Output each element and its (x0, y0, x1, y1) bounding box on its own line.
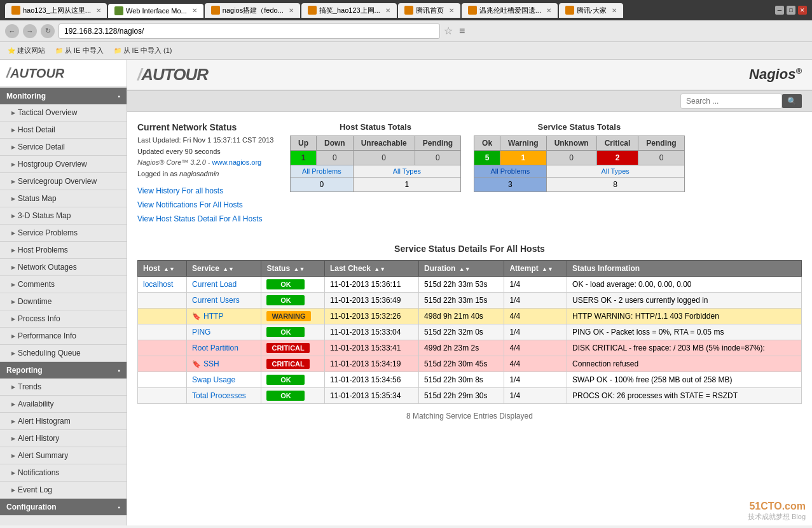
browser-tab-1[interactable]: hao123_上网从这里... ✕ (5, 3, 107, 18)
cell-service[interactable]: 🔖SSH (187, 356, 261, 372)
cell-service[interactable]: Swap Usage (187, 372, 261, 388)
cell-host[interactable] (138, 324, 187, 340)
view-history-link[interactable]: View History For all hosts (137, 184, 277, 198)
host-all-types-link[interactable]: All Types (393, 167, 421, 175)
col-attempt[interactable]: Attempt ▲▼ (504, 261, 567, 277)
svc-all-types-label[interactable]: All Types (546, 165, 684, 177)
bookmark-star-icon[interactable]: ☆ (444, 25, 453, 37)
browser-tab-4[interactable]: 搞笑_hao123上网... ✕ (301, 3, 397, 18)
col-duration[interactable]: Duration ▲▼ (419, 261, 504, 277)
browser-tab-6[interactable]: 温兆伦吐槽爱国遗... ✕ (462, 3, 558, 18)
svc-val-warning[interactable]: 1 (500, 151, 547, 165)
cell-host[interactable] (138, 372, 187, 388)
host-all-types-val[interactable]: 1 (353, 177, 460, 192)
bookmark-item-3[interactable]: 📁 从 IE 中导入 (1) (111, 45, 175, 57)
sidebar-item-downtime[interactable]: ▶ Downtime (0, 293, 127, 310)
sidebar-item-servicegroup-overview[interactable]: ▶ Servicegroup Overview (0, 173, 127, 190)
col-last-check[interactable]: Last Check ▲▼ (324, 261, 418, 277)
view-notifications-link[interactable]: View Notifications For All Hosts (137, 198, 277, 212)
status-badge[interactable]: OK (266, 391, 305, 401)
status-badge[interactable]: WARNING (266, 311, 310, 321)
col-host[interactable]: Host ▲▼ (138, 261, 187, 277)
forward-button[interactable]: → (23, 24, 37, 38)
col-service[interactable]: Service ▲▼ (187, 261, 261, 277)
svc-all-types-link[interactable]: All Types (601, 167, 629, 175)
tab-close-7[interactable]: ✕ (612, 7, 617, 14)
sidebar-item-scheduling-queue[interactable]: ▶ Scheduling Queue (0, 345, 127, 362)
back-button[interactable]: ← (5, 24, 19, 38)
nagios-url[interactable]: www.nagios.org (212, 158, 262, 166)
maximize-button[interactable]: □ (787, 6, 795, 15)
svc-val-ok[interactable]: 5 (474, 151, 500, 165)
sidebar-item-status-map[interactable]: ▶ Status Map (0, 190, 127, 207)
status-badge[interactable]: OK (266, 327, 305, 337)
sidebar-item-availability[interactable]: ▶ Availability (0, 396, 127, 413)
cell-service[interactable]: Total Processes (187, 388, 261, 404)
cell-host[interactable] (138, 388, 187, 404)
browser-tab-3[interactable]: nagios搭建（fedo... ✕ (205, 3, 300, 18)
close-button[interactable]: ✕ (798, 6, 807, 15)
refresh-button[interactable]: ↻ (41, 24, 55, 38)
browser-tab-2[interactable]: Web Interface Mo... ✕ (108, 4, 203, 18)
svc-all-problems-val[interactable]: 3 (474, 177, 547, 192)
sidebar-item-service-problems[interactable]: ▶ Service Problems (0, 225, 127, 242)
sidebar-item-comments[interactable]: ▶ Comments (0, 276, 127, 293)
sidebar-item-network-outages[interactable]: ▶ Network Outages (0, 259, 127, 276)
status-badge[interactable]: OK (266, 375, 305, 385)
tab-close-3[interactable]: ✕ (289, 7, 294, 14)
sidebar-item-hostgroup-overview[interactable]: ▶ Hostgroup Overview (0, 156, 127, 173)
host-val-pending[interactable]: 0 (415, 151, 460, 165)
sidebar-item-alert-histogram[interactable]: ▶ Alert Histogram (0, 413, 127, 430)
sidebar-item-trends[interactable]: ▶ Trends (0, 379, 127, 396)
cell-service[interactable]: PING (187, 324, 261, 340)
status-badge[interactable]: OK (266, 279, 305, 289)
sidebar-item-alert-history[interactable]: ▶ Alert History (0, 430, 127, 447)
configuration-header[interactable]: Configuration ▪ (0, 499, 127, 515)
cell-host[interactable] (138, 309, 187, 324)
svc-all-types-val[interactable]: 8 (546, 177, 684, 192)
host-val-unreachable[interactable]: 0 (353, 151, 415, 165)
bookmark-item-2[interactable]: 📁 从 IE 中导入 (53, 45, 106, 57)
sidebar-item-notifications[interactable]: ▶ Notifications (0, 464, 127, 482)
menu-icon[interactable]: ≡ (459, 25, 465, 37)
browser-tab-7[interactable]: 腾讯·大家 ✕ (559, 3, 623, 18)
svc-val-unknown[interactable]: 0 (546, 151, 596, 165)
sidebar-item-host-problems[interactable]: ▶ Host Problems (0, 242, 127, 259)
search-input[interactable] (680, 94, 782, 109)
status-badge[interactable]: CRITICAL (266, 343, 309, 353)
sidebar-item-tactical-overview[interactable]: ▶ Tactical Overview (0, 104, 127, 122)
sidebar-item-service-detail[interactable]: ▶ Service Detail (0, 139, 127, 156)
tab-close-4[interactable]: ✕ (385, 7, 390, 14)
tab-close-2[interactable]: ✕ (192, 7, 197, 14)
view-status-link[interactable]: View Host Status Detail For All Hosts (137, 212, 277, 226)
col-status[interactable]: Status ▲▼ (261, 261, 324, 277)
address-input[interactable] (58, 24, 440, 39)
svc-all-problems-link[interactable]: All Problems (490, 167, 530, 175)
cell-service[interactable]: Current Users (187, 293, 261, 309)
sidebar-item-host-detail[interactable]: ▶ Host Detail (0, 122, 127, 139)
status-badge[interactable]: OK (266, 295, 305, 305)
reporting-header[interactable]: Reporting ▪ (0, 362, 127, 379)
tab-close-6[interactable]: ✕ (546, 7, 551, 14)
tab-close-5[interactable]: ✕ (449, 7, 454, 14)
tab-close-1[interactable]: ✕ (96, 7, 101, 14)
cell-service[interactable]: 🔖HTTP (187, 309, 261, 324)
minimize-button[interactable]: ─ (775, 6, 784, 15)
host-val-down[interactable]: 0 (317, 151, 354, 165)
sidebar-item-event-log[interactable]: ▶ Event Log (0, 482, 127, 499)
svc-val-pending[interactable]: 0 (638, 151, 684, 165)
sidebar-item-performance-info[interactable]: ▶ Performance Info (0, 328, 127, 345)
svc-val-critical[interactable]: 2 (596, 151, 638, 165)
host-all-problems-link[interactable]: All Problems (302, 167, 341, 175)
host-all-problems-label[interactable]: All Problems (291, 165, 354, 177)
host-all-problems-val[interactable]: 0 (291, 177, 354, 192)
browser-tab-5[interactable]: 腾讯首页 ✕ (398, 3, 460, 18)
cell-service[interactable]: Root Partition (187, 340, 261, 356)
search-button[interactable]: 🔍 (782, 94, 802, 108)
bookmark-item-1[interactable]: ⭐ 建议网站 (5, 45, 48, 57)
sidebar-item-3d-status-map[interactable]: ▶ 3-D Status Map (0, 207, 127, 225)
sidebar-item-process-info[interactable]: ▶ Process Info (0, 310, 127, 328)
monitoring-header[interactable]: Monitoring ▪ (0, 88, 127, 104)
cell-host[interactable] (138, 293, 187, 309)
sidebar-item-alert-summary[interactable]: ▶ Alert Summary (0, 447, 127, 464)
